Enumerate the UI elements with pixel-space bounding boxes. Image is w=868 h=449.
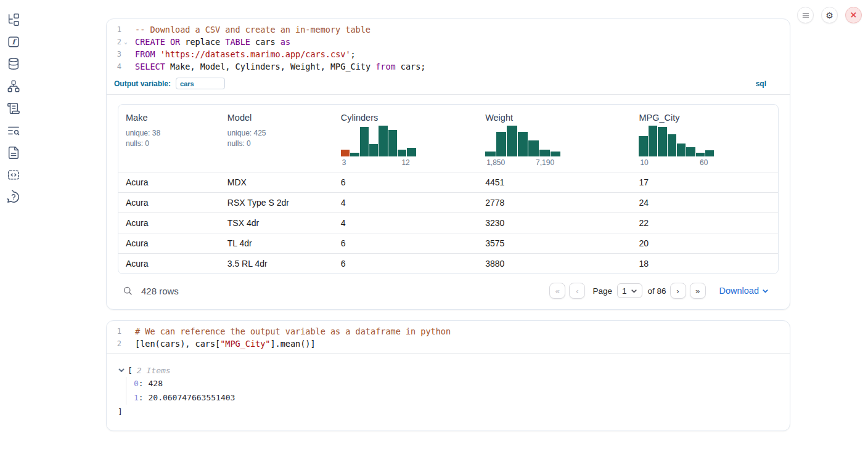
code-line: 1# We can reference the output variable … [107,325,790,338]
histogram-bar [341,150,350,156]
table-cell: 24 [631,198,778,208]
fold-chevron-icon[interactable]: ⌄ [121,39,130,45]
page-select[interactable]: 1 [617,283,643,298]
output-variable-label: Output variable: [114,79,171,88]
histogram-bar [388,130,397,156]
table-row: AcuraMDX6445117 [118,172,778,192]
menu-button[interactable] [797,7,814,23]
output-variable-bar: Output variable: sql [107,76,790,95]
table-cell: Acura [118,259,220,269]
column-name[interactable]: Weight [485,111,624,124]
database-icon [7,57,20,71]
histogram-max-label: 12 [401,158,409,167]
sidebar-item-documentation[interactable] [7,145,21,160]
histogram-bar [360,127,369,156]
histogram-min-label: 10 [640,158,648,167]
cell-output: [ 2 Items 0: 4281: 20.060747663551403 ] [107,354,790,431]
chevron-down-icon [631,288,637,294]
table-cell: 3230 [478,218,631,228]
prev-page-button[interactable]: ‹ [569,283,585,299]
window-controls: ⚙ ✕ [797,7,862,23]
shutdown-button[interactable]: ✕ [845,7,862,23]
code-line: 2[len(cars), cars["MPG_City"].mean()] [107,338,790,350]
table-cell: RSX Type S 2dr [220,198,334,208]
code-line: 2⌄CREATE OR replace TABLE cars as [107,36,790,48]
language-badge: sql [756,79,782,88]
histogram-bar [658,127,666,156]
sql-code-editor[interactable]: 1-- Download a CSV and create an in-memo… [107,19,790,76]
search-icon [123,286,133,296]
column-histogram: 312 [341,126,416,172]
histogram-max-label: 60 [700,158,708,167]
python-code-editor[interactable]: 1# We can reference the output variable … [107,321,790,354]
line-number-gutter: 4 [107,62,131,71]
sidebar-item-dependencies[interactable] [7,79,21,93]
histogram-bar [696,153,705,156]
column-header: Cylinders312 [334,111,478,172]
table-header: Makeunique: 38nulls: 0Modelunique: 425nu… [118,105,778,172]
sidebar-item-function[interactable]: f [7,34,21,49]
histogram-min-label: 1,850 [486,158,505,167]
first-page-button[interactable]: « [549,283,565,299]
next-page-button[interactable]: › [670,283,686,299]
sidebar-item-file-tree[interactable] [7,12,21,26]
python-cell: 1# We can reference the output variable … [106,320,790,431]
table-cell: Acura [118,177,220,187]
page-label: Page [592,286,612,296]
table-cell: 4451 [478,177,631,187]
line-number-gutter: 3 [107,50,131,59]
histogram-bar [551,152,561,156]
column-stats: unique: 38nulls: 0 [126,128,213,149]
line-number-gutter: 1 [107,25,131,34]
table-row: Acura3.5 RL 4dr6388018 [118,253,778,273]
table-cell: TL 4dr [220,238,334,248]
table-row: AcuraTL 4dr6357520 [118,233,778,253]
histogram-bar [539,150,550,156]
histogram-bar [496,132,507,156]
bracket-close: ] [118,407,123,416]
histogram-bar [485,152,496,156]
collapse-chevron-icon[interactable] [118,366,125,374]
table-cell: 20 [631,238,778,248]
row-count: 428 rows [141,286,179,296]
column-name[interactable]: MPG_City [639,111,771,124]
column-name[interactable]: Cylinders [341,111,470,124]
settings-button[interactable]: ⚙ [821,7,838,23]
table-cell: 6 [334,177,478,187]
gear-icon: ⚙ [825,10,833,20]
sidebar-item-datasources[interactable] [7,57,21,71]
sidebar-item-scratchpad[interactable] [7,101,21,115]
histogram-bar [668,134,676,156]
column-header: Modelunique: 425nulls: 0 [220,111,334,172]
line-number-gutter: 2 [107,339,131,348]
histogram-bar [677,144,686,156]
histogram-bar [705,150,714,156]
table-footer: 428 rows « ‹ Page 1 of 86 › » Download [118,274,779,309]
table-cell: Acura [118,238,220,248]
data-table: Makeunique: 38nulls: 0Modelunique: 425nu… [118,104,779,274]
column-name[interactable]: Make [126,111,213,124]
histogram-bar [369,144,378,156]
last-page-button[interactable]: » [690,283,706,299]
search-button[interactable] [119,282,136,299]
histogram-bar [398,150,406,156]
scroll-icon [7,102,20,115]
tree-entries: 0: 4281: 20.060747663551403 [126,377,779,405]
line-number-gutter: 2⌄ [107,38,131,46]
table-cell: 2778 [478,198,631,208]
histogram-bar [686,147,695,156]
sidebar-item-snippets[interactable] [7,168,21,182]
dependency-graph-icon [7,79,20,93]
document-icon [7,146,20,160]
column-histogram: 1060 [639,126,714,172]
sidebar-item-help[interactable] [7,190,21,204]
table-cell: 6 [334,238,478,248]
output-variable-input[interactable] [176,78,225,89]
column-stats: unique: 425nulls: 0 [227,128,326,149]
column-name[interactable]: Model [227,111,326,124]
menu-icon [801,11,810,20]
sidebar-item-logs[interactable] [7,123,21,137]
download-button[interactable]: Download [719,286,769,296]
table-row: AcuraTSX 4dr4323022 [118,212,778,233]
table-cell: Acura [118,198,220,208]
